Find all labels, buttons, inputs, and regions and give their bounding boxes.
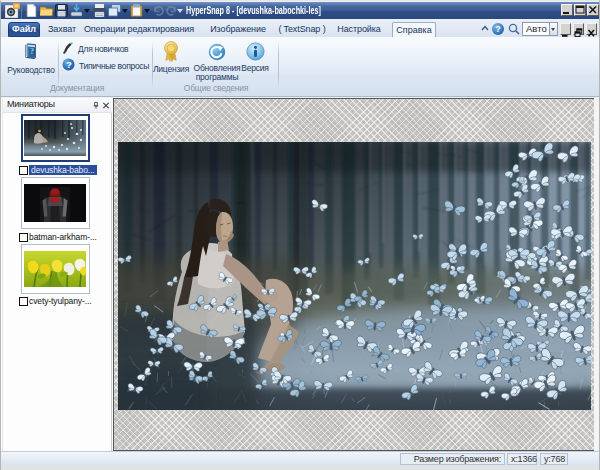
svg-text:?: ? [66, 59, 72, 70]
svg-text:?: ? [30, 47, 34, 56]
